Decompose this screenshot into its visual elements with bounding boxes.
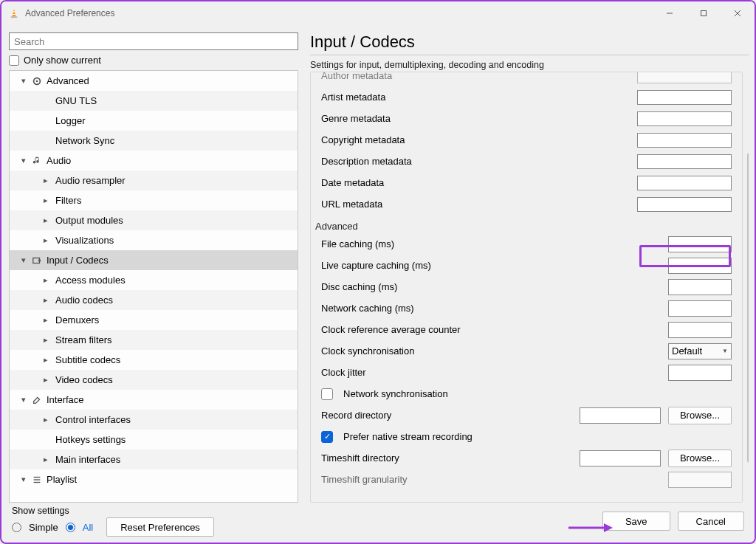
preferences-tree[interactable]: Advanced GNU TLS Logger Network Sync Aud… <box>10 71 298 502</box>
record-dir-input[interactable] <box>580 407 661 424</box>
only-show-current-checkbox[interactable]: Only show current <box>9 55 298 66</box>
tree-item-subtitle-codecs[interactable]: Subtitle codecs <box>10 350 298 370</box>
url-metadata-label: URL metadata <box>321 199 630 210</box>
tree-item-hotkeys-settings[interactable]: Hotkeys settings <box>10 430 298 450</box>
tree-item-main-interfaces[interactable]: Main interfaces <box>10 450 298 469</box>
disc-caching-spinner[interactable]: ▲▼ <box>668 279 732 295</box>
svg-rect-3 <box>13 14 16 15</box>
window-title: Advanced Preferences <box>25 8 114 18</box>
description-metadata-label: Description metadata <box>321 156 630 167</box>
network-sync-checkbox[interactable] <box>321 388 333 400</box>
tree-item-advanced[interactable]: Advanced <box>10 71 298 91</box>
svg-point-11 <box>38 259 41 262</box>
gear-icon <box>30 76 44 86</box>
url-metadata-input[interactable] <box>637 197 732 212</box>
page-title: Input / Codecs <box>310 32 749 52</box>
network-caching-spinner[interactable]: ▲▼ <box>668 300 732 317</box>
author-metadata-label: Author metadata <box>321 72 630 81</box>
svg-marker-0 <box>12 9 16 17</box>
record-dir-browse-button[interactable]: Browse... <box>668 407 732 424</box>
clock-ref-avg-spinner[interactable]: ▲▼ <box>668 322 732 338</box>
timeshift-dir-input[interactable] <box>580 450 661 466</box>
live-capture-caching-label: Live capture caching (ms) <box>321 260 661 271</box>
tree-item-gnutls[interactable]: GNU TLS <box>10 91 298 111</box>
prefer-native-checkbox[interactable] <box>321 431 333 443</box>
timeshift-dir-label: Timeshift directory <box>321 452 572 464</box>
list-icon <box>30 475 44 485</box>
file-caching-label: File caching (ms) <box>321 238 661 249</box>
artist-metadata-label: Artist metadata <box>321 92 630 103</box>
prefer-native-label: Prefer native stream recording <box>343 431 732 442</box>
tree-item-demuxers[interactable]: Demuxers <box>10 310 298 330</box>
divider <box>310 55 749 55</box>
puzzle-icon <box>30 255 44 266</box>
right-scrollbar[interactable] <box>747 153 749 463</box>
only-show-current-label: Only show current <box>24 55 101 66</box>
clock-ref-avg-label: Clock reference average counter <box>321 324 661 335</box>
tree-item-control-interfaces[interactable]: Control interfaces <box>10 410 298 430</box>
tree-item-visualizations[interactable]: Visualizations <box>10 230 298 250</box>
clock-jitter-spinner[interactable]: ▲▼ <box>668 365 732 381</box>
disc-caching-label: Disc caching (ms) <box>321 281 661 292</box>
tree-item-input-codecs[interactable]: Input / Codecs <box>10 250 298 270</box>
svg-rect-5 <box>701 11 707 16</box>
music-note-icon <box>30 156 44 166</box>
timeshift-gran-spinner[interactable]: ▲▼ <box>668 472 732 488</box>
file-caching-spinner[interactable]: ▲▼ <box>668 236 732 252</box>
tree-item-video-codecs[interactable]: Video codecs <box>10 370 298 390</box>
tree-item-playlist[interactable]: Playlist <box>10 469 298 489</box>
simple-radio-label: Simple <box>29 522 58 533</box>
reset-preferences-button[interactable]: Reset Preferences <box>106 517 214 537</box>
svg-point-9 <box>36 80 38 82</box>
simple-radio[interactable] <box>12 523 21 532</box>
dropdown-icon: ▼ <box>722 348 728 354</box>
genre-metadata-label: Genre metadata <box>321 113 630 124</box>
maximize-button[interactable] <box>687 2 721 24</box>
tree-item-audio[interactable]: Audio <box>10 151 298 171</box>
copyright-metadata-input[interactable] <box>637 133 732 148</box>
all-radio-label: All <box>83 522 93 533</box>
tree-item-stream-filters[interactable]: Stream filters <box>10 330 298 350</box>
tree-item-network-sync[interactable]: Network Sync <box>10 131 298 151</box>
network-caching-label: Network caching (ms) <box>321 303 661 314</box>
tree-item-filters[interactable]: Filters <box>10 190 298 210</box>
advanced-group-label: Advanced <box>315 221 732 232</box>
clock-sync-label: Clock synchronisation <box>321 345 661 357</box>
date-metadata-label: Date metadata <box>321 177 630 188</box>
close-button[interactable] <box>721 2 755 24</box>
tree-item-interface[interactable]: Interface <box>10 390 298 410</box>
tree-item-logger[interactable]: Logger <box>10 111 298 131</box>
description-metadata-input[interactable] <box>637 154 732 169</box>
titlebar: Advanced Preferences <box>1 1 755 25</box>
clock-sync-select[interactable]: Default▼ <box>668 343 732 359</box>
save-button[interactable]: Save <box>602 512 670 531</box>
copyright-metadata-label: Copyright metadata <box>321 134 630 145</box>
tree-item-access-modules[interactable]: Access modules <box>10 270 298 290</box>
page-description: Settings for input, demultiplexing, deco… <box>310 60 749 70</box>
show-settings-label: Show settings <box>12 506 214 516</box>
timeshift-dir-browse-button[interactable]: Browse... <box>668 450 732 467</box>
cancel-button[interactable]: Cancel <box>678 512 744 531</box>
tree-item-audio-resampler[interactable]: Audio resampler <box>10 171 298 190</box>
svg-rect-1 <box>11 16 18 18</box>
brush-icon <box>30 395 44 405</box>
timeshift-gran-label: Timeshift granularity <box>321 474 661 485</box>
network-sync-label: Network synchronisation <box>343 388 732 399</box>
record-dir-label: Record directory <box>321 410 572 421</box>
all-radio[interactable] <box>66 523 75 532</box>
minimize-button[interactable] <box>653 2 687 24</box>
date-metadata-input[interactable] <box>637 176 732 190</box>
tree-item-audio-codecs[interactable]: Audio codecs <box>10 290 298 310</box>
clock-jitter-label: Clock jitter <box>321 367 661 378</box>
svg-rect-2 <box>13 11 16 12</box>
author-metadata-input[interactable] <box>637 72 732 83</box>
artist-metadata-input[interactable] <box>637 90 732 105</box>
only-show-current-box[interactable] <box>9 55 19 66</box>
search-input[interactable] <box>9 32 298 50</box>
vlc-cone-icon <box>9 8 19 18</box>
genre-metadata-input[interactable] <box>637 111 732 126</box>
tree-item-output-modules[interactable]: Output modules <box>10 210 298 230</box>
live-capture-caching-spinner[interactable]: ▲▼ <box>668 258 732 274</box>
